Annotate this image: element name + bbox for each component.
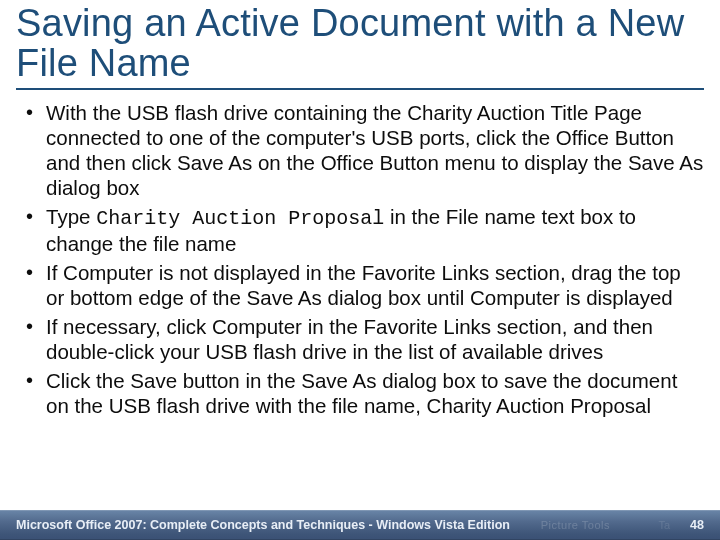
slide-title: Saving an Active Document with a New Fil… <box>16 4 704 84</box>
list-item: Click the Save button in the Save As dia… <box>26 368 704 418</box>
slide-footer: Microsoft Office 2007: Complete Concepts… <box>0 510 720 540</box>
footer-ghost-label-2: Ta <box>658 519 670 531</box>
list-item: Type Charity Auction Proposal in the Fil… <box>26 204 704 256</box>
bullet-list: With the USB flash drive containing the … <box>16 100 704 422</box>
bullet-text: If Computer is not displayed in the Favo… <box>46 261 681 309</box>
list-item: If necessary, click Computer in the Favo… <box>26 314 704 364</box>
footer-page-number: 48 <box>690 518 704 532</box>
footer-text: Microsoft Office 2007: Complete Concepts… <box>16 518 510 532</box>
bullet-text: Click the Save button in the Save As dia… <box>46 369 677 417</box>
bullet-text-mono: Charity Auction Proposal <box>96 207 384 230</box>
title-underline <box>16 88 704 90</box>
bullet-text: If necessary, click Computer in the Favo… <box>46 315 653 363</box>
list-item: If Computer is not displayed in the Favo… <box>26 260 704 310</box>
list-item: With the USB flash drive containing the … <box>26 100 704 200</box>
footer-ghost-label: Picture Tools <box>541 519 610 531</box>
bullet-text-pre: Type <box>46 205 96 228</box>
bullet-text: With the USB flash drive containing the … <box>46 101 703 199</box>
